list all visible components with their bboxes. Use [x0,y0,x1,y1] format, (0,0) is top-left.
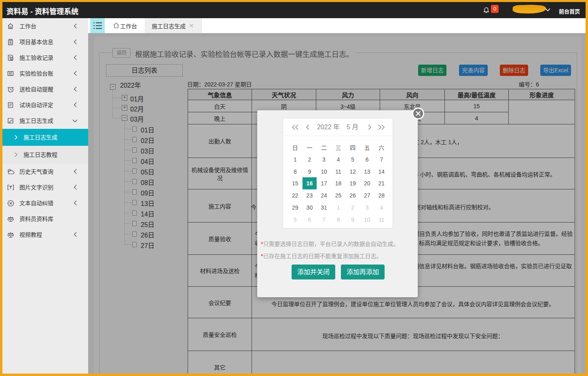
svg-text:检: 检 [9,71,12,76]
